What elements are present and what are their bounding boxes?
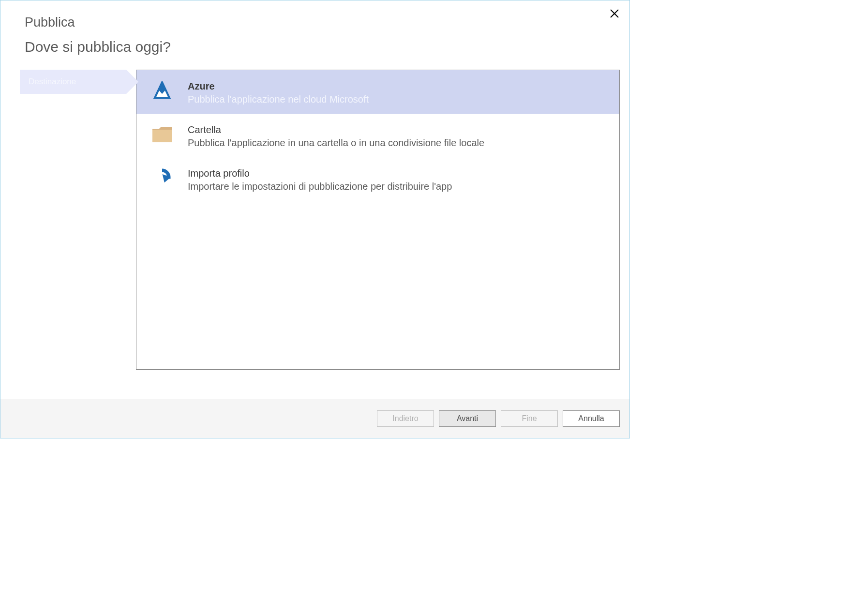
dialog-title: Pubblica	[25, 15, 605, 30]
import-icon	[151, 167, 173, 189]
option-azure-text: Azure Pubblica l'applicazione nel cloud …	[188, 80, 605, 105]
publish-dialog: Pubblica Dove si pubblica oggi? Destinaz…	[0, 0, 630, 438]
option-import-text: Importa profilo Importare le impostazion…	[188, 167, 605, 192]
back-button[interactable]: Indietro	[377, 410, 434, 427]
option-folder-text: Cartella Pubblica l'applicazione in una …	[188, 123, 605, 149]
option-import-profile[interactable]: Importa profilo Importare le impostazion…	[136, 157, 619, 201]
option-azure-title: Azure	[188, 81, 605, 92]
svg-rect-2	[152, 130, 172, 142]
option-azure[interactable]: Azure Pubblica l'applicazione nel cloud …	[136, 70, 619, 114]
azure-icon	[151, 80, 173, 102]
option-folder-title: Cartella	[188, 124, 605, 136]
option-folder-desc: Pubblica l'applicazione in una cartella …	[188, 137, 605, 149]
cancel-button[interactable]: Annulla	[563, 410, 620, 427]
dialog-footer: Indietro Avanti Fine Annulla	[0, 399, 629, 438]
option-azure-desc: Pubblica l'applicazione nel cloud Micros…	[188, 94, 605, 105]
option-folder[interactable]: Cartella Pubblica l'applicazione in una …	[136, 114, 619, 157]
next-button[interactable]: Avanti	[439, 410, 496, 427]
target-options-panel: Azure Pubblica l'applicazione nel cloud …	[136, 70, 620, 370]
step-destination[interactable]: Destinazione	[20, 70, 126, 94]
dialog-header: Pubblica Dove si pubblica oggi?	[0, 0, 629, 60]
wizard-sidebar: Destinazione	[20, 70, 126, 370]
finish-button[interactable]: Fine	[501, 410, 558, 427]
close-icon	[610, 9, 619, 18]
step-label: Destinazione	[29, 77, 76, 87]
option-import-desc: Importare le impostazioni di pubblicazio…	[188, 181, 605, 192]
option-import-title: Importa profilo	[188, 168, 605, 179]
close-button[interactable]	[606, 5, 623, 22]
dialog-subtitle: Dove si pubblica oggi?	[25, 39, 605, 55]
folder-icon	[151, 123, 173, 146]
dialog-content: Destinazione Azure Pubblica l'applicazio…	[0, 60, 629, 370]
